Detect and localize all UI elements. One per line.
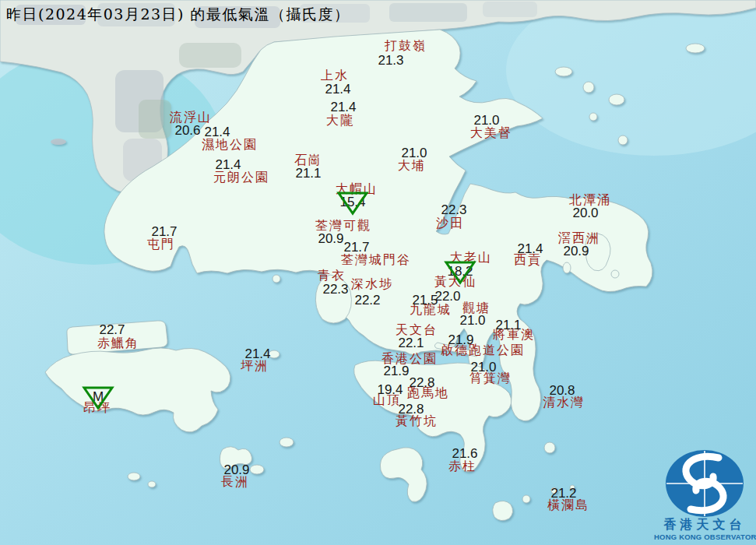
station-value: 22.0: [434, 289, 460, 304]
station-value: 21.9: [448, 332, 473, 348]
station-name: 打鼓嶺: [385, 38, 427, 54]
station-value: 21.7: [343, 240, 369, 255]
station-value: M: [93, 389, 104, 405]
station-value: 21.4: [330, 100, 356, 115]
station-value: 22.7: [99, 322, 125, 338]
station-value: 21.1: [495, 318, 521, 333]
station-value: 21.4: [215, 157, 241, 173]
station-name: 深水埗: [351, 276, 393, 293]
station-value: 22.8: [409, 375, 434, 391]
station-value: 21.5: [412, 293, 438, 308]
station-value: 22.1: [398, 336, 424, 351]
station-value: 22.8: [398, 402, 424, 417]
station-value: 21.4: [204, 125, 230, 140]
station-value: 22.3: [441, 202, 466, 218]
station-value: 20.9: [318, 231, 343, 247]
station-value: 21.4: [517, 241, 543, 257]
station-value: 21.0: [473, 113, 499, 128]
weather-map: 打鼓嶺21.3上水21.4大隴21.4流浮山20.6濕地公園21.4元朗公園21…: [0, 0, 756, 545]
station-value: 21.6: [452, 446, 477, 462]
station-value: 21.4: [244, 346, 270, 362]
station-labels-layer: 打鼓嶺21.3上水21.4大隴21.4流浮山20.6濕地公園21.4元朗公園21…: [0, 0, 756, 545]
hko-logo-name-zh: 香港天文台: [654, 517, 755, 533]
station-value: 18.2: [447, 264, 473, 280]
station-value: 19.4: [377, 382, 403, 398]
station-value: 21.0: [459, 313, 485, 329]
station-value: 21.7: [151, 224, 177, 240]
station-value: 20.6: [174, 123, 200, 139]
station-value: 21.3: [378, 53, 403, 69]
station-value: 20.9: [223, 462, 249, 478]
hko-logo-name-en: HONG KONG OBSERVATORY: [654, 533, 755, 541]
hko-logo-icon: [660, 448, 749, 519]
hko-logo: 香港天文台 HONG KONG OBSERVATORY: [654, 447, 755, 543]
station-value: 21.0: [470, 360, 496, 375]
station-value: 15.4: [339, 195, 365, 210]
station-value: 21.4: [325, 82, 350, 97]
station-value: 21.0: [401, 146, 427, 161]
station-value: 21.1: [295, 166, 321, 181]
station-value: 21.9: [383, 364, 409, 379]
map-title: 昨日(2024年03月23日) 的最低氣溫（攝氏度）: [6, 5, 350, 25]
station-value: 21.2: [550, 486, 576, 501]
station-value: 20.9: [563, 244, 589, 259]
station-value: 20.8: [549, 383, 575, 399]
station-value: 22.3: [322, 282, 348, 297]
station-value: 22.2: [354, 293, 380, 308]
station-value: 20.0: [572, 206, 598, 221]
